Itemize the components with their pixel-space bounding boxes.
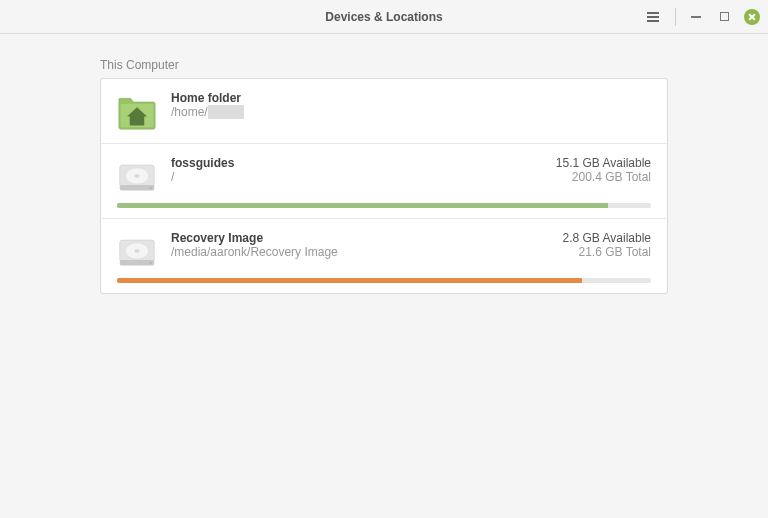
svg-rect-4 [120, 185, 155, 190]
usage-bar [117, 203, 651, 208]
svg-point-10 [150, 262, 152, 264]
location-info: fossguides / [171, 156, 556, 184]
location-usage: 15.1 GB Available 200.4 GB Total [556, 156, 651, 184]
location-row-home[interactable]: Home folder /home/aaronk [101, 79, 667, 143]
svg-point-3 [134, 174, 139, 178]
svg-rect-9 [120, 260, 155, 265]
minimize-button[interactable] [688, 9, 704, 25]
divider [675, 8, 676, 26]
location-info: Home folder /home/aaronk [171, 91, 651, 119]
location-path: /media/aaronk/Recovery Image [171, 245, 562, 259]
svg-point-8 [134, 249, 139, 253]
location-path: /home/aaronk [171, 105, 651, 119]
window-title: Devices & Locations [325, 10, 442, 24]
close-button[interactable] [744, 9, 760, 25]
maximize-button[interactable] [716, 9, 732, 25]
section-header: This Computer [100, 58, 668, 72]
titlebar: Devices & Locations [0, 0, 768, 34]
total-text: 200.4 GB Total [556, 170, 651, 184]
locations-card: Home folder /home/aaronk fossguides / [100, 78, 668, 294]
available-text: 2.8 GB Available [562, 231, 651, 245]
location-row-recovery[interactable]: Recovery Image /media/aaronk/Recovery Im… [101, 218, 667, 293]
available-text: 15.1 GB Available [556, 156, 651, 170]
content-area: This Computer Home folder /home/aaronk [0, 34, 768, 294]
location-path: / [171, 170, 556, 184]
disk-icon [117, 156, 157, 196]
disk-icon [117, 231, 157, 271]
window-controls [643, 8, 760, 26]
total-text: 21.6 GB Total [562, 245, 651, 259]
location-usage: 2.8 GB Available 21.6 GB Total [562, 231, 651, 259]
svg-point-5 [150, 187, 152, 189]
location-title: fossguides [171, 156, 556, 170]
usage-bar [117, 278, 651, 283]
location-row-root[interactable]: fossguides / 15.1 GB Available 200.4 GB … [101, 143, 667, 218]
location-title: Home folder [171, 91, 651, 105]
hamburger-menu-icon[interactable] [643, 8, 663, 26]
folder-home-icon [117, 91, 157, 131]
location-title: Recovery Image [171, 231, 562, 245]
location-info: Recovery Image /media/aaronk/Recovery Im… [171, 231, 562, 259]
